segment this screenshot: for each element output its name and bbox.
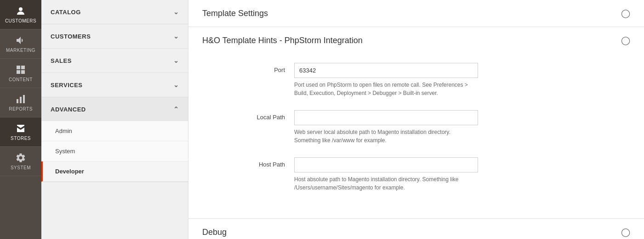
local-path-input[interactable] bbox=[294, 110, 478, 125]
nav-section-label-sales: SALES bbox=[51, 57, 72, 64]
nav-sub-item-system[interactable]: System bbox=[41, 141, 188, 161]
host-path-label: Host Path bbox=[202, 157, 294, 168]
local-path-row: Local Path Web server local absolute pat… bbox=[202, 110, 630, 145]
sidebar-label-system: SYSTEM bbox=[11, 165, 31, 170]
port-label: Port bbox=[202, 63, 294, 73]
port-field-wrap: Port used on PhpStorm to open files on r… bbox=[294, 63, 630, 97]
chevron-down-icon-customers: ⌄ bbox=[173, 33, 179, 40]
nav-section-sales: SALES ⌄ bbox=[41, 49, 188, 73]
port-row: Port Port used on PhpStorm to open files… bbox=[202, 63, 630, 97]
nav-section-header-catalog[interactable]: CATALOG ⌄ bbox=[41, 0, 188, 24]
sidebar-item-content[interactable]: CONTENT bbox=[0, 59, 41, 88]
sidebar-label-stores: STORES bbox=[11, 136, 31, 141]
port-hint: Port used on PhpStorm to open files on r… bbox=[294, 81, 478, 97]
sidebar-item-customers[interactable]: CUSTOMERS bbox=[0, 0, 41, 29]
sidebar-nav: CATALOG ⌄ CUSTOMERS ⌄ SALES ⌄ SERVICES ⌄… bbox=[41, 0, 188, 239]
template-settings-toggle-icon[interactable]: ◯ bbox=[621, 8, 630, 18]
nav-section-advanced: ADVANCED ⌃ Admin System Developer bbox=[41, 97, 188, 182]
svg-rect-7 bbox=[23, 95, 25, 103]
port-input[interactable] bbox=[294, 63, 478, 78]
nav-section-header-services[interactable]: SERVICES ⌄ bbox=[41, 73, 188, 97]
sidebar-item-system[interactable]: SYSTEM bbox=[0, 147, 41, 176]
sidebar-label-content: CONTENT bbox=[9, 77, 33, 82]
svg-rect-3 bbox=[17, 70, 20, 74]
chevron-up-icon-advanced: ⌃ bbox=[173, 106, 179, 113]
sidebar-label-reports: REPORTS bbox=[9, 106, 33, 111]
main-content: Template Settings ◯ H&O Template Hints -… bbox=[188, 0, 644, 239]
svg-rect-6 bbox=[20, 97, 22, 103]
svg-point-0 bbox=[19, 7, 23, 11]
local-path-hint: Web server local absolute path to Magent… bbox=[294, 128, 478, 145]
hno-section-content: Port Port used on PhpStorm to open files… bbox=[188, 54, 644, 218]
nav-section-header-customers[interactable]: CUSTOMERS ⌄ bbox=[41, 24, 188, 48]
reports-icon bbox=[15, 94, 26, 105]
nav-section-header-sales[interactable]: SALES ⌄ bbox=[41, 49, 188, 72]
nav-section-label-customers: CUSTOMERS bbox=[51, 33, 91, 40]
nav-section-customers: CUSTOMERS ⌄ bbox=[41, 24, 188, 49]
hno-section: H&O Template Hints - PhpStorm Integratio… bbox=[188, 27, 644, 219]
hno-section-title: H&O Template Hints - PhpStorm Integratio… bbox=[202, 36, 363, 45]
person-icon bbox=[15, 6, 26, 17]
megaphone-icon bbox=[15, 35, 26, 46]
nav-sub-item-admin[interactable]: Admin bbox=[41, 121, 188, 141]
debug-section-header[interactable]: Debug ◯ bbox=[188, 219, 644, 239]
system-icon bbox=[15, 152, 26, 163]
host-path-hint: Host absolute path to Magento installati… bbox=[294, 175, 478, 192]
hno-section-header[interactable]: H&O Template Hints - PhpStorm Integratio… bbox=[188, 27, 644, 54]
nav-section-services: SERVICES ⌄ bbox=[41, 73, 188, 97]
debug-section: Debug ◯ bbox=[188, 219, 644, 239]
debug-section-title: Debug bbox=[202, 228, 227, 237]
svg-rect-4 bbox=[21, 70, 25, 74]
nav-section-catalog: CATALOG ⌄ bbox=[41, 0, 188, 24]
template-settings-section: Template Settings ◯ bbox=[188, 0, 644, 27]
stores-icon bbox=[15, 123, 26, 134]
svg-rect-1 bbox=[17, 66, 20, 69]
nav-section-label-services: SERVICES bbox=[51, 82, 83, 89]
content-icon bbox=[15, 64, 26, 75]
nav-sub-items-advanced: Admin System Developer bbox=[41, 121, 188, 182]
sidebar-label-marketing: MARKETING bbox=[6, 48, 35, 53]
local-path-field-wrap: Web server local absolute path to Magent… bbox=[294, 110, 630, 145]
template-settings-header[interactable]: Template Settings ◯ bbox=[188, 0, 644, 27]
hno-section-toggle-icon[interactable]: ◯ bbox=[621, 35, 630, 45]
nav-section-label-advanced: ADVANCED bbox=[51, 106, 86, 113]
template-settings-title: Template Settings bbox=[202, 9, 268, 18]
chevron-down-icon-catalog: ⌄ bbox=[173, 8, 179, 16]
host-path-input[interactable] bbox=[294, 157, 478, 172]
sidebar-icons: CUSTOMERS MARKETING CONTENT REPORTS STOR… bbox=[0, 0, 41, 239]
local-path-label: Local Path bbox=[202, 110, 294, 121]
sidebar-item-stores[interactable]: STORES bbox=[0, 117, 41, 147]
svg-rect-2 bbox=[21, 66, 25, 69]
host-path-row: Host Path Host absolute path to Magento … bbox=[202, 157, 630, 192]
chevron-down-icon-sales: ⌄ bbox=[173, 57, 179, 64]
chevron-down-icon-services: ⌄ bbox=[173, 81, 179, 89]
debug-section-toggle-icon[interactable]: ◯ bbox=[621, 227, 630, 237]
nav-sub-item-developer[interactable]: Developer bbox=[41, 161, 188, 182]
sidebar-item-reports[interactable]: REPORTS bbox=[0, 88, 41, 117]
sidebar-item-marketing[interactable]: MARKETING bbox=[0, 29, 41, 59]
svg-rect-5 bbox=[17, 99, 18, 103]
sidebar-label-customers: CUSTOMERS bbox=[5, 18, 36, 23]
nav-section-label-catalog: CATALOG bbox=[51, 9, 81, 16]
nav-section-header-advanced[interactable]: ADVANCED ⌃ bbox=[41, 97, 188, 121]
host-path-field-wrap: Host absolute path to Magento installati… bbox=[294, 157, 630, 192]
